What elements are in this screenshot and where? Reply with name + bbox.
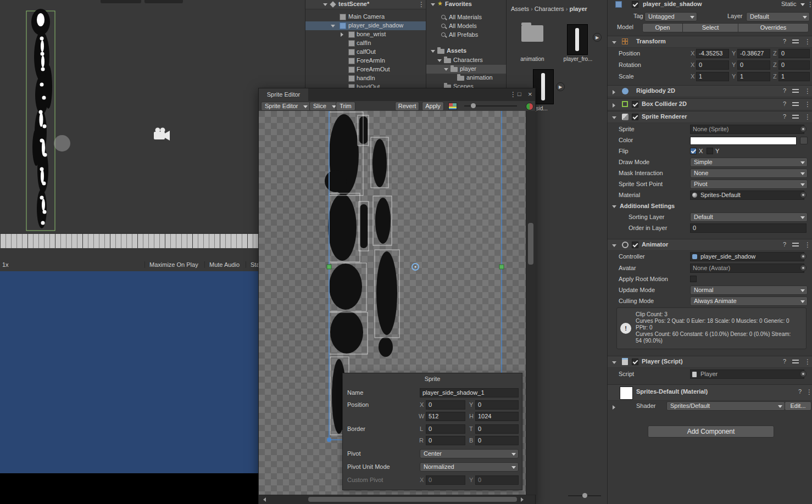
- component-menu-icon[interactable]: ⋮: [804, 242, 811, 248]
- component-menu-icon[interactable]: ⋮: [806, 389, 812, 395]
- boxcollider2d-header[interactable]: Box Collider 2D ? ⋮: [608, 98, 812, 110]
- breadcrumb-assets[interactable]: Assets: [511, 5, 529, 12]
- component-enabled-checkbox[interactable]: [632, 114, 638, 120]
- draw-mode-dropdown[interactable]: Simple: [690, 158, 808, 167]
- object-picker-icon[interactable]: [800, 192, 807, 198]
- presets-icon[interactable]: [792, 88, 799, 94]
- favorites-row[interactable]: ★ Favorites: [426, 0, 506, 9]
- foldout-open-icon[interactable]: [612, 244, 616, 249]
- presets-icon[interactable]: [792, 39, 799, 44]
- sprite-renderer-header[interactable]: Sprite Renderer ? ⋮: [608, 111, 812, 123]
- apply-root-motion-checkbox[interactable]: [690, 276, 697, 282]
- player-script-header[interactable]: Player (Script) ? ⋮: [608, 356, 812, 368]
- foldout-closed-icon[interactable]: [341, 32, 346, 37]
- tree-row-animation[interactable]: animation: [426, 74, 506, 82]
- object-picker-icon[interactable]: [800, 265, 807, 271]
- slice-dropdown[interactable]: Slice: [309, 102, 339, 111]
- hierarchy-row-forearmout[interactable]: ForeArmOut: [305, 65, 426, 74]
- hierarchy-menu-icon[interactable]: ⋮: [418, 1, 425, 8]
- tree-row-assets[interactable]: Assets: [426, 47, 506, 55]
- revert-button[interactable]: Revert: [395, 102, 419, 111]
- component-enabled-checkbox[interactable]: [632, 101, 638, 108]
- hierarchy-scene-row[interactable]: testScene* ⋮: [305, 0, 426, 9]
- thumbnail-zoom-slider[interactable]: [568, 493, 601, 499]
- window-menu-icon[interactable]: ⋮: [510, 91, 516, 98]
- color-swatch[interactable]: [690, 137, 797, 145]
- order-in-layer-field[interactable]: 0: [690, 223, 807, 233]
- foldout-open-icon[interactable]: [437, 59, 442, 64]
- foldout-closed-icon[interactable]: [613, 405, 618, 410]
- tag-dropdown[interactable]: Untagged: [644, 12, 697, 21]
- presets-icon[interactable]: [792, 114, 799, 120]
- sprite-object-field[interactable]: None (Sprite): [690, 125, 804, 134]
- help-icon[interactable]: ?: [798, 388, 802, 395]
- scroll-right-icon[interactable]: [521, 497, 526, 502]
- foldout-open-icon[interactable]: [323, 3, 327, 8]
- model-overrides-dropdown[interactable]: Overrides: [738, 23, 809, 32]
- custom-pivot-y-field[interactable]: 0: [475, 475, 519, 485]
- scroll-left-icon[interactable]: [261, 497, 266, 502]
- mute-audio-button[interactable]: Mute Audio: [204, 261, 240, 268]
- tree-row-player[interactable]: player: [426, 65, 506, 74]
- transform-header[interactable]: Transform ? ⋮: [608, 36, 812, 48]
- hierarchy-row-player-side-shadow[interactable]: player_side_shadow: [305, 21, 426, 30]
- foldout-closed-icon[interactable]: [613, 90, 618, 94]
- color-swatch-icon[interactable]: [448, 103, 457, 110]
- layer-dropdown[interactable]: Default: [746, 12, 810, 21]
- update-mode-dropdown[interactable]: Normal: [690, 285, 808, 295]
- subasset-expand-icon[interactable]: ▶: [556, 82, 565, 91]
- sprite-editor-canvas[interactable]: Sprite Name player_side_shadow_1 Positio…: [259, 111, 526, 495]
- border-r-field[interactable]: 0: [426, 436, 465, 445]
- object-picker-icon[interactable]: [800, 371, 807, 377]
- zoom-slider[interactable]: [464, 103, 517, 109]
- foldout-open-icon[interactable]: [331, 25, 335, 30]
- sprite-y-field[interactable]: 0: [475, 400, 519, 410]
- mode-dropdown[interactable]: Sprite Editor: [261, 102, 310, 111]
- component-menu-icon[interactable]: ⋮: [804, 101, 811, 108]
- vertical-scroll-thumb[interactable]: [528, 223, 533, 265]
- presets-icon[interactable]: [792, 359, 799, 365]
- object-picker-icon[interactable]: [800, 253, 807, 260]
- help-icon[interactable]: ?: [783, 38, 786, 44]
- rgb-channel-icon[interactable]: [526, 103, 533, 110]
- player-character-sprite[interactable]: [20, 4, 64, 235]
- foldout-open-icon[interactable]: [612, 41, 616, 46]
- trim-button[interactable]: Trim: [336, 102, 355, 111]
- model-open-button[interactable]: Open: [642, 23, 683, 32]
- foldout-open-icon[interactable]: [612, 116, 616, 121]
- breadcrumb-player[interactable]: player: [569, 5, 587, 12]
- rotation-y-field[interactable]: 0: [737, 60, 770, 70]
- add-component-button[interactable]: Add Component: [648, 425, 774, 438]
- window-close-icon[interactable]: ×: [528, 90, 532, 98]
- component-menu-icon[interactable]: ⋮: [804, 359, 811, 365]
- additional-settings-foldout[interactable]: Additional Settings: [608, 201, 812, 211]
- help-icon[interactable]: ?: [783, 87, 786, 94]
- foldout-open-icon[interactable]: [431, 3, 435, 8]
- culling-mode-dropdown[interactable]: Always Animate: [690, 296, 808, 306]
- sprite-x-field[interactable]: 0: [426, 400, 465, 410]
- tree-row-characters[interactable]: Characters: [426, 56, 506, 65]
- subasset-expand-icon[interactable]: ▶: [593, 33, 602, 42]
- presets-icon[interactable]: [792, 242, 799, 248]
- position-x-field[interactable]: -4.35253: [696, 49, 729, 58]
- asset-animation-folder[interactable]: animation: [514, 24, 550, 64]
- shader-dropdown[interactable]: Sprites/Default: [666, 401, 785, 411]
- sprite-w-field[interactable]: 512: [426, 412, 465, 421]
- sprite-editor-tab[interactable]: Sprite Editor: [259, 88, 308, 101]
- hierarchy-row-calfin[interactable]: calfIn: [305, 39, 426, 48]
- presets-icon[interactable]: [792, 102, 799, 107]
- scale-z-field[interactable]: 1: [778, 72, 810, 81]
- scale-y-field[interactable]: 1: [737, 72, 770, 81]
- position-z-field[interactable]: 0: [778, 49, 810, 58]
- rotation-x-field[interactable]: 0: [696, 60, 729, 70]
- maximize-on-play-button[interactable]: Maximize On Play: [144, 261, 198, 268]
- help-icon[interactable]: ?: [783, 241, 786, 248]
- component-enabled-checkbox[interactable]: [632, 359, 638, 365]
- camera-gizmo-icon[interactable]: [152, 126, 171, 143]
- position-y-field[interactable]: -0.38627: [737, 49, 770, 58]
- object-picker-icon[interactable]: [800, 126, 807, 132]
- horizontal-scroll-thumb[interactable]: [308, 497, 517, 502]
- game-viewport[interactable]: [0, 271, 258, 473]
- inspector-menu-icon[interactable]: ⋮: [807, 1, 812, 8]
- hierarchy-row-handin[interactable]: handIn: [305, 74, 426, 83]
